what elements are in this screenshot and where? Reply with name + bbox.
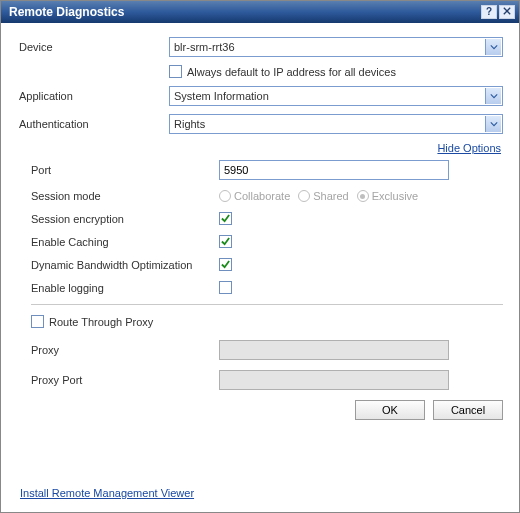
dbo-checkbox[interactable]	[219, 258, 232, 271]
collaborate-radio	[219, 190, 231, 202]
exclusive-radio-label: Exclusive	[372, 190, 418, 202]
chevron-down-icon	[485, 88, 501, 104]
enable-logging-checkbox[interactable]	[219, 281, 232, 294]
route-proxy-label: Route Through Proxy	[49, 316, 153, 328]
chevron-down-icon	[485, 39, 501, 55]
dialog-title: Remote Diagnostics	[9, 5, 479, 19]
title-bar: Remote Diagnostics ?	[1, 1, 520, 23]
application-select[interactable]: System Information	[169, 86, 503, 106]
always-ip-label: Always default to IP address for all dev…	[187, 66, 396, 78]
cancel-button[interactable]: Cancel	[433, 400, 503, 420]
port-input[interactable]	[219, 160, 449, 180]
proxy-input[interactable]	[219, 340, 449, 360]
session-mode-label: Session mode	[31, 190, 219, 202]
shared-radio-label: Shared	[313, 190, 348, 202]
ok-button[interactable]: OK	[355, 400, 425, 420]
dbo-label: Dynamic Bandwidth Optimization	[31, 259, 219, 271]
route-proxy-checkbox[interactable]	[31, 315, 44, 328]
shared-radio	[298, 190, 310, 202]
port-label: Port	[31, 164, 219, 176]
proxy-label: Proxy	[31, 344, 219, 356]
session-encryption-label: Session encryption	[31, 213, 219, 225]
enable-logging-label: Enable logging	[31, 282, 219, 294]
application-label: Application	[19, 90, 169, 102]
proxy-port-input[interactable]	[219, 370, 449, 390]
auth-label: Authentication	[19, 118, 169, 130]
separator	[31, 304, 503, 305]
always-ip-checkbox[interactable]	[169, 65, 182, 78]
close-button[interactable]	[499, 5, 515, 19]
exclusive-radio	[357, 190, 369, 202]
session-mode-group: Collaborate Shared Exclusive	[219, 190, 418, 202]
help-button[interactable]: ?	[481, 5, 497, 19]
auth-select[interactable]: Rights	[169, 114, 503, 134]
device-label: Device	[19, 41, 169, 53]
enable-caching-label: Enable Caching	[31, 236, 219, 248]
chevron-down-icon	[485, 116, 501, 132]
proxy-port-label: Proxy Port	[31, 374, 219, 386]
hide-options-link[interactable]: Hide Options	[437, 142, 501, 154]
enable-caching-checkbox[interactable]	[219, 235, 232, 248]
install-viewer-link[interactable]: Install Remote Management Viewer	[20, 487, 194, 499]
auth-select-value: Rights	[174, 118, 205, 130]
device-select-value: blr-srm-rrt36	[174, 41, 235, 53]
session-encryption-checkbox[interactable]	[219, 212, 232, 225]
application-select-value: System Information	[174, 90, 269, 102]
device-select[interactable]: blr-srm-rrt36	[169, 37, 503, 57]
collaborate-radio-label: Collaborate	[234, 190, 290, 202]
